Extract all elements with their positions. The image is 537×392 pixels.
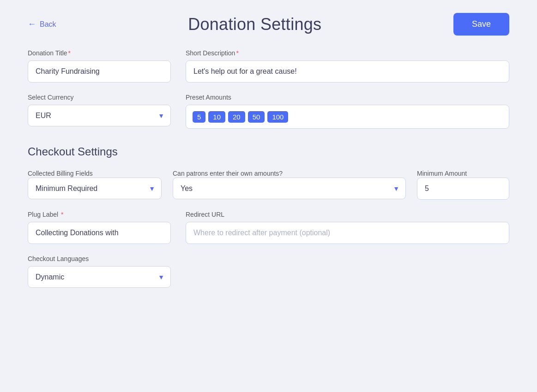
required-star: *	[68, 49, 71, 57]
minimum-amount-label: Minimum Amount	[417, 170, 467, 177]
preset-chip[interactable]: 50	[248, 111, 265, 123]
can-patrons-field: Can patrons enter their own amounts? Yes…	[173, 169, 406, 200]
back-arrow-icon: ←	[28, 19, 36, 29]
preset-chip[interactable]: 20	[228, 111, 245, 123]
select-currency-field: Select Currency EUR USD GBP ▼	[28, 94, 171, 129]
languages-select[interactable]: Dynamic English French German	[28, 266, 171, 288]
preset-chip[interactable]: 100	[267, 111, 288, 123]
required-star-desc: *	[236, 49, 238, 57]
checkout-languages-label: Checkout Languages	[28, 255, 171, 262]
redirect-url-label: Redirect URL	[186, 211, 509, 218]
preset-chip[interactable]: 10	[208, 111, 225, 123]
minimum-amount-input[interactable]	[417, 178, 509, 200]
save-button[interactable]: Save	[453, 13, 509, 36]
preset-chip[interactable]: 5	[193, 111, 205, 123]
short-description-label: Short Description*	[186, 49, 509, 57]
currency-select[interactable]: EUR USD GBP	[28, 105, 171, 126]
short-description-field: Short Description*	[186, 49, 509, 83]
currency-select-wrapper: EUR USD GBP ▼	[28, 105, 171, 126]
billing-select-wrapper: Minimum Required All Fields None ▼	[28, 178, 162, 199]
page-title: Donation Settings	[188, 15, 321, 34]
collected-billing-field: Collected Billing Fields Minimum Require…	[28, 169, 162, 200]
back-label: Back	[40, 20, 56, 29]
redirect-url-field: Redirect URL	[186, 211, 509, 244]
patrons-select[interactable]: Yes No	[173, 178, 406, 199]
donation-title-label: Donation Title*	[28, 49, 171, 57]
plug-label-field: Plug Label *	[28, 211, 171, 244]
required-star-plug: *	[61, 211, 63, 218]
select-currency-label: Select Currency	[28, 94, 171, 101]
plug-label-input[interactable]	[28, 222, 171, 244]
checkout-settings-heading: Checkout Settings	[28, 145, 509, 158]
preset-amounts-label: Preset Amounts	[186, 94, 509, 101]
plug-label-label: Plug Label *	[28, 211, 171, 218]
donation-title-field: Donation Title*	[28, 49, 171, 83]
can-patrons-label: Can patrons enter their own amounts?	[173, 170, 283, 177]
back-button[interactable]: ← Back	[28, 19, 56, 29]
billing-select[interactable]: Minimum Required All Fields None	[28, 178, 162, 199]
donation-title-input[interactable]	[28, 60, 171, 83]
collected-billing-label: Collected Billing Fields	[28, 170, 93, 177]
checkout-languages-field: Checkout Languages Dynamic English Frenc…	[28, 255, 171, 288]
minimum-amount-field: Minimum Amount	[417, 169, 509, 200]
preset-amounts-field: Preset Amounts 5102050100	[186, 94, 509, 129]
redirect-url-input[interactable]	[186, 222, 509, 244]
patrons-select-wrapper: Yes No ▼	[173, 178, 406, 199]
short-description-input[interactable]	[186, 60, 509, 83]
languages-select-wrapper: Dynamic English French German ▼	[28, 266, 171, 288]
preset-amounts-container[interactable]: 5102050100	[186, 105, 509, 129]
